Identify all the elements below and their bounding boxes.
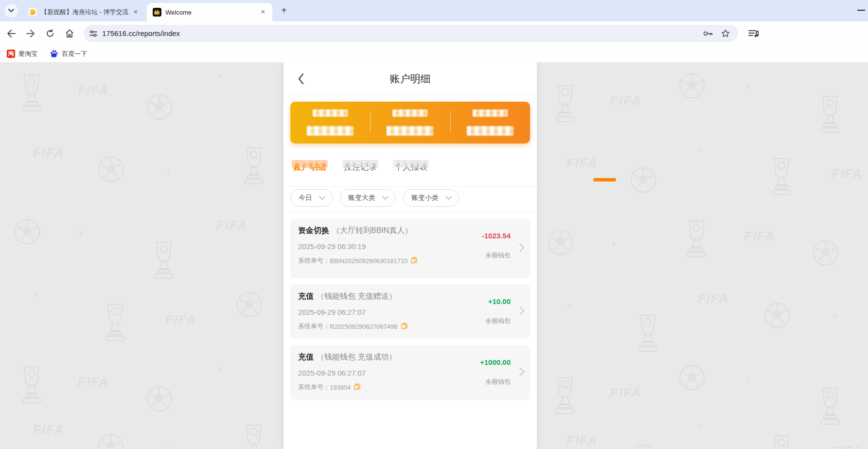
transaction-note: （钱能钱包 充值成功） xyxy=(317,353,396,361)
redacted-stat xyxy=(450,102,530,144)
transaction-amount: +1000.00 xyxy=(480,358,511,366)
home-button[interactable] xyxy=(61,25,78,42)
close-tab-icon[interactable]: × xyxy=(131,8,140,17)
browser-toolbar: 175616.cc/reports/index xyxy=(0,21,868,45)
window-minimize-button[interactable] xyxy=(857,10,865,11)
chevron-right-icon[interactable] xyxy=(519,306,524,317)
chevron-down-icon xyxy=(445,196,452,200)
balance-summary-card xyxy=(290,102,530,144)
transaction-row[interactable]: 充值（钱能钱包 充值成功） 2025-09-29 06:27:07 系统单号： … xyxy=(290,345,530,400)
bookmark-label: 百度一下 xyxy=(62,50,87,58)
bookmark-taobao[interactable]: 淘 爱淘宝 xyxy=(7,50,37,58)
wallet-label: 余额钱包 xyxy=(480,377,511,386)
app-header: 账户明细 xyxy=(283,62,537,95)
forward-arrow-icon xyxy=(26,30,35,37)
chevron-down-icon xyxy=(382,196,389,200)
close-tab-icon[interactable]: × xyxy=(259,8,267,17)
tab-bet-records[interactable]: 投注记录 xyxy=(344,159,377,183)
welcome-favicon xyxy=(153,8,161,17)
bookmark-label: 爱淘宝 xyxy=(18,50,37,58)
transaction-row[interactable]: 资金切换（大厅转到BBIN真人） 2025-09-29 06:30:19 系统单… xyxy=(290,219,530,278)
transaction-amount: +10.00 xyxy=(485,297,511,305)
bookmark-star-icon[interactable] xyxy=(719,27,732,40)
tab-personal-report[interactable]: 个人报表 xyxy=(394,159,427,183)
taobao-icon: 淘 xyxy=(7,50,15,58)
browser-tab-strip: 【新提醒】海燕论坛 - 博学交流 × Welcome × + xyxy=(0,0,868,21)
order-number: R202509290627067496 xyxy=(330,323,398,330)
baidu-paw-icon xyxy=(50,50,58,58)
redacted-stat xyxy=(370,102,450,144)
transaction-row[interactable]: 充值（钱能钱包 充值赠送） 2025-09-29 06:27:07 系统单号： … xyxy=(290,285,530,339)
filter-date-dropdown[interactable]: 今日 xyxy=(290,189,333,207)
browser-tab-title: Welcome xyxy=(165,9,256,16)
password-key-icon[interactable] xyxy=(701,27,715,40)
wallet-label: 余额钱包 xyxy=(485,317,511,325)
order-label: 系统单号： xyxy=(298,383,330,392)
home-icon xyxy=(65,29,74,38)
transaction-amount: -1023.54 xyxy=(482,232,511,240)
address-bar[interactable]: 175616.cc/reports/index xyxy=(84,25,738,42)
account-detail-panel: 账户明细 账户明细 投注记录 个人报表 今日 xyxy=(283,62,537,449)
transaction-time: 2025-09-29 06:30:19 xyxy=(298,242,457,251)
site-settings-icon[interactable] xyxy=(89,30,97,37)
copy-icon[interactable] xyxy=(354,383,360,392)
media-playlist-icon[interactable] xyxy=(747,27,761,40)
bookmarks-bar: 淘 爱淘宝 百度一下 xyxy=(0,45,868,62)
browser-tab-forum[interactable]: 【新提醒】海燕论坛 - 博学交流 × xyxy=(22,3,145,21)
new-tab-button[interactable]: + xyxy=(277,4,291,18)
transaction-type: 充值 xyxy=(298,353,314,361)
copy-icon[interactable] xyxy=(411,257,417,265)
transaction-type: 资金切换 xyxy=(298,226,329,234)
active-tab-underline xyxy=(593,178,616,181)
transaction-time: 2025-09-29 06:27:07 xyxy=(298,369,457,377)
filter-major-category-dropdown[interactable]: 账变大类 xyxy=(340,189,396,207)
report-tabs: 账户明细 投注记录 个人报表 xyxy=(293,159,427,183)
tab-search-button[interactable] xyxy=(4,4,18,18)
transaction-type: 充值 xyxy=(298,292,314,300)
chevron-right-icon[interactable] xyxy=(519,367,524,378)
chevron-right-icon[interactable] xyxy=(519,243,524,254)
browser-tab-title: 【新提醒】海燕论坛 - 博学交流 xyxy=(41,8,128,17)
order-number: 193804 xyxy=(330,384,351,391)
page-title: 账户明细 xyxy=(283,72,537,86)
reload-icon xyxy=(46,29,54,38)
wallet-label: 余额钱包 xyxy=(482,251,511,260)
transaction-note: （大厅转到BBIN真人） xyxy=(332,226,412,234)
back-arrow-icon xyxy=(7,30,16,37)
browser-tab-welcome[interactable]: Welcome × xyxy=(147,3,272,21)
forum-favicon xyxy=(28,8,37,17)
redacted-stat xyxy=(290,102,370,144)
bookmark-baidu[interactable]: 百度一下 xyxy=(50,50,87,58)
chevron-down-icon xyxy=(319,196,325,200)
transaction-time: 2025-09-29 06:27:07 xyxy=(298,308,457,316)
reload-button[interactable] xyxy=(42,25,58,42)
url-text[interactable]: 175616.cc/reports/index xyxy=(102,29,697,37)
order-label: 系统单号： xyxy=(298,256,330,265)
filter-row: 今日 账变大类 账变小类 xyxy=(290,189,459,207)
transaction-note: （钱能钱包 充值赠送） xyxy=(317,292,396,300)
filter-minor-category-dropdown[interactable]: 账变小类 xyxy=(403,189,459,207)
back-button[interactable] xyxy=(3,25,19,42)
tab-account-detail[interactable]: 账户明细 xyxy=(293,159,326,183)
forward-button[interactable] xyxy=(22,25,39,42)
order-number: BBIN202509290630181710 xyxy=(330,257,407,265)
page-content: FIFA▼FIFAFIFA▼FIFA▼FIFA▼▼FIFA▼FIFA▼FIFAF… xyxy=(0,62,868,449)
order-label: 系统单号： xyxy=(298,322,330,331)
chevron-down-icon xyxy=(8,9,14,13)
copy-icon[interactable] xyxy=(401,323,407,331)
